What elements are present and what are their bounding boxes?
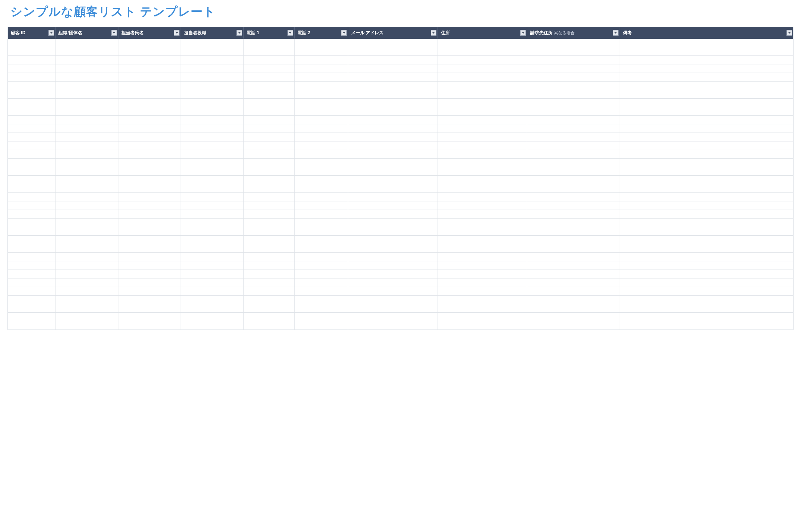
table-cell[interactable] [295,278,348,287]
table-cell[interactable] [438,253,528,261]
table-cell[interactable] [438,321,528,330]
table-cell[interactable] [620,159,793,167]
table-cell[interactable] [244,193,294,201]
table-cell[interactable] [348,107,438,116]
table-cell[interactable] [181,124,244,133]
table-cell[interactable] [438,159,528,167]
table-cell[interactable] [118,73,181,82]
table-cell[interactable] [438,107,528,116]
filter-dropdown-icon[interactable] [431,30,436,36]
table-cell[interactable] [348,39,438,47]
table-cell[interactable] [8,210,55,219]
table-cell[interactable] [527,304,620,313]
table-cell[interactable] [348,253,438,261]
table-cell[interactable] [438,227,528,236]
table-cell[interactable] [181,133,244,141]
table-cell[interactable] [181,210,244,219]
table-cell[interactable] [181,227,244,236]
table-cell[interactable] [438,236,528,244]
table-cell[interactable] [118,159,181,167]
table-cell[interactable] [348,47,438,56]
table-cell[interactable] [55,107,118,116]
filter-dropdown-icon[interactable] [287,30,293,36]
table-cell[interactable] [55,236,118,244]
table-cell[interactable] [295,261,348,270]
table-cell[interactable] [620,304,793,313]
table-cell[interactable] [438,133,528,141]
table-cell[interactable] [438,313,528,321]
table-cell[interactable] [118,124,181,133]
table-cell[interactable] [348,64,438,73]
table-cell[interactable] [620,124,793,133]
table-cell[interactable] [348,201,438,210]
table-cell[interactable] [244,201,294,210]
table-cell[interactable] [348,270,438,278]
table-cell[interactable] [295,227,348,236]
table-cell[interactable] [527,56,620,64]
table-cell[interactable] [348,210,438,219]
table-cell[interactable] [295,116,348,124]
table-cell[interactable] [181,82,244,90]
table-cell[interactable] [244,184,294,193]
table-cell[interactable] [55,167,118,176]
table-cell[interactable] [244,150,294,159]
table-cell[interactable] [55,210,118,219]
table-cell[interactable] [620,133,793,141]
table-cell[interactable] [8,304,55,313]
table-cell[interactable] [118,107,181,116]
table-cell[interactable] [438,304,528,313]
table-cell[interactable] [527,73,620,82]
table-cell[interactable] [181,150,244,159]
table-cell[interactable] [295,56,348,64]
table-cell[interactable] [244,287,294,296]
table-cell[interactable] [244,278,294,287]
table-cell[interactable] [620,64,793,73]
table-cell[interactable] [181,219,244,227]
table-cell[interactable] [244,270,294,278]
table-cell[interactable] [620,150,793,159]
table-cell[interactable] [118,64,181,73]
table-cell[interactable] [348,236,438,244]
table-cell[interactable] [527,321,620,330]
table-cell[interactable] [244,321,294,330]
table-cell[interactable] [8,227,55,236]
table-cell[interactable] [620,227,793,236]
table-cell[interactable] [348,116,438,124]
table-cell[interactable] [620,219,793,227]
table-cell[interactable] [181,321,244,330]
table-cell[interactable] [55,141,118,150]
table-cell[interactable] [244,313,294,321]
table-cell[interactable] [181,159,244,167]
table-cell[interactable] [181,64,244,73]
table-cell[interactable] [244,64,294,73]
table-cell[interactable] [438,270,528,278]
table-cell[interactable] [244,124,294,133]
table-cell[interactable] [118,244,181,253]
table-cell[interactable] [620,47,793,56]
table-cell[interactable] [55,159,118,167]
table-cell[interactable] [181,176,244,184]
table-cell[interactable] [244,47,294,56]
table-cell[interactable] [348,321,438,330]
table-cell[interactable] [8,244,55,253]
table-cell[interactable] [55,296,118,304]
table-cell[interactable] [527,141,620,150]
table-cell[interactable] [8,159,55,167]
table-cell[interactable] [55,64,118,73]
table-cell[interactable] [348,124,438,133]
table-cell[interactable] [348,82,438,90]
table-cell[interactable] [181,107,244,116]
table-cell[interactable] [8,73,55,82]
table-cell[interactable] [620,73,793,82]
table-cell[interactable] [295,296,348,304]
table-cell[interactable] [438,278,528,287]
table-cell[interactable] [244,167,294,176]
table-cell[interactable] [348,133,438,141]
table-cell[interactable] [620,210,793,219]
table-cell[interactable] [527,99,620,107]
table-cell[interactable] [118,253,181,261]
table-cell[interactable] [244,304,294,313]
table-cell[interactable] [8,124,55,133]
table-cell[interactable] [244,176,294,184]
table-cell[interactable] [118,261,181,270]
